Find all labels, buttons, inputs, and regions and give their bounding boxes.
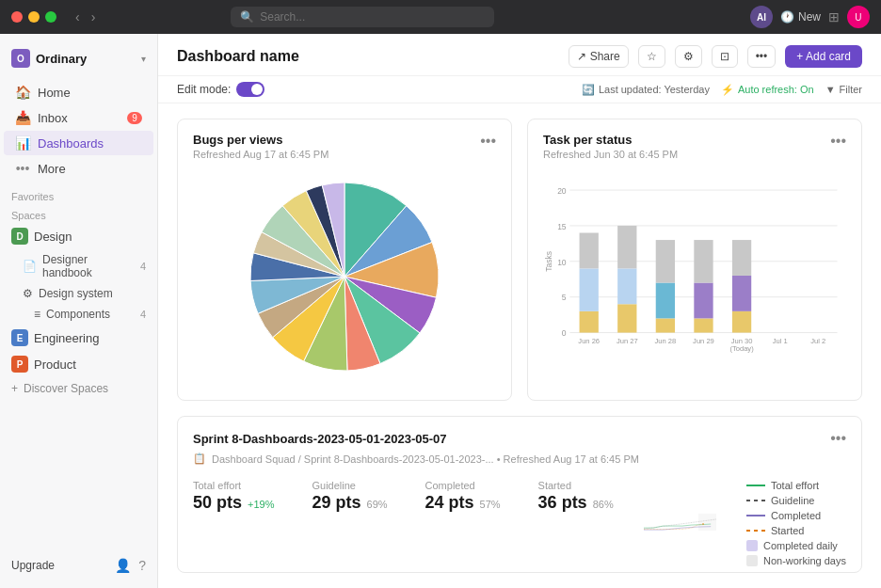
completed-stat: Completed 24 pts 57% <box>425 480 501 513</box>
workspace-selector[interactable]: O Ordinary ▾ <box>0 41 157 75</box>
bar-chart-svg: 05101520TasksJun 26Jun 27Jun 28Jun 29Jun… <box>543 171 846 378</box>
svg-rect-28 <box>732 276 751 311</box>
settings-button[interactable]: ⚙ <box>675 45 702 68</box>
filter-button[interactable]: ▼ Filter <box>825 84 862 95</box>
legend-started: Started <box>746 525 846 536</box>
started-value: 36 pts <box>538 493 587 513</box>
bar-card-menu-icon[interactable]: ••• <box>830 133 846 150</box>
sidebar-item-home[interactable]: 🏠 Home <box>4 80 153 104</box>
toolbar: Edit mode: 🔄 Last updated: Yesterday ⚡ A… <box>158 76 881 103</box>
chevron-down-icon: ▾ <box>141 54 146 64</box>
components-label: Components <box>46 308 110 321</box>
svg-text:Jun 28: Jun 28 <box>655 337 677 345</box>
ai-badge[interactable]: AI <box>750 6 773 28</box>
bar-card-header: Task per status Refreshed Jun 30 at 6:45… <box>528 119 861 164</box>
sprint-meta-text: Dashboard Squad / Sprint 8-Dashboards-20… <box>212 453 639 465</box>
design-space-icon: D <box>11 228 28 245</box>
svg-text:Jun 27: Jun 27 <box>617 337 638 345</box>
minimize-dot[interactable] <box>28 11 40 23</box>
search-input[interactable] <box>260 10 485 24</box>
dashboards-icon: 📊 <box>15 135 30 151</box>
design-label: Design <box>34 230 72 244</box>
svg-text:Jun 26: Jun 26 <box>578 337 600 345</box>
discover-spaces-button[interactable]: + Discover Spaces <box>0 377 157 400</box>
svg-text:Tasks: Tasks <box>544 251 553 272</box>
guideline-value: 29 pts <box>312 493 360 513</box>
filter-icon: ▼ <box>825 84 836 95</box>
svg-rect-16 <box>617 268 636 304</box>
workspace-icon: O <box>11 49 30 68</box>
designer-handbook-count: 4 <box>140 261 146 272</box>
upgrade-button[interactable]: Upgrade <box>11 559 109 572</box>
dashboards-label: Dashboards <box>38 136 142 151</box>
bugs-per-views-card: Bugs per views Refreshed Aug 17 at 6:45 … <box>177 119 512 401</box>
inbox-icon: 📥 <box>15 110 30 125</box>
share-button[interactable]: ↗ Share <box>569 45 629 68</box>
bar-card-title: Task per status <box>543 133 678 147</box>
svg-rect-12 <box>580 268 599 310</box>
svg-rect-11 <box>580 311 599 333</box>
avatar[interactable]: U <box>847 6 870 28</box>
last-updated-info: 🔄 Last updated: Yesterday <box>582 84 710 96</box>
svg-text:15: 15 <box>557 222 567 231</box>
sprint-legend: Total effort Guideline Completed St <box>731 472 861 573</box>
guideline-change: 69% <box>367 499 388 510</box>
grid-icon[interactable]: ⊞ <box>828 9 840 24</box>
file-icon: 📄 <box>23 260 37 273</box>
sidebar-item-inbox[interactable]: 📥 Inbox 9 <box>4 105 153 130</box>
auto-refresh-button[interactable]: ⚡ Auto refresh: On <box>721 84 814 96</box>
started-stat: Started 36 pts 86% <box>538 480 614 513</box>
pie-card-menu-icon[interactable]: ••• <box>480 133 496 150</box>
product-label: Product <box>34 358 76 372</box>
expand-button[interactable]: ⊡ <box>712 45 738 68</box>
legend-completed-label: Completed <box>771 510 821 521</box>
maximize-dot[interactable] <box>45 11 56 23</box>
filter-text: Filter <box>840 84 862 95</box>
star-button[interactable]: ☆ <box>638 45 665 68</box>
back-arrow[interactable]: ‹ <box>72 8 84 26</box>
sprint-card-header: Sprint 8-Dashboards-2023-05-01-2023-05-0… <box>178 417 861 451</box>
inbox-label: Inbox <box>38 111 120 125</box>
sidebar-item-dashboards[interactable]: 📊 Dashboards <box>4 131 153 155</box>
header-actions: ↗ Share ☆ ⚙ ⊡ ••• + Add card <box>569 45 862 68</box>
edit-mode-control: Edit mode: <box>177 82 264 97</box>
edit-mode-label: Edit mode: <box>177 83 231 96</box>
bar-card-subtitle: Refreshed Jun 30 at 6:45 PM <box>543 149 678 160</box>
task-per-status-card: Task per status Refreshed Jun 30 at 6:45… <box>527 119 862 401</box>
svg-rect-17 <box>617 226 636 268</box>
legend-completed: Completed <box>746 510 846 521</box>
sidebar-item-product[interactable]: P Product <box>0 351 157 377</box>
completed-label: Completed <box>425 480 501 491</box>
user-icon[interactable]: 👤 <box>115 558 131 573</box>
svg-point-35 <box>702 523 704 525</box>
legend-non-working-days-swatch <box>746 555 758 566</box>
svg-rect-20 <box>656 283 675 319</box>
sidebar-item-components[interactable]: ≡ Components 4 <box>0 304 157 325</box>
content-header: Dashboard name ↗ Share ☆ ⚙ ⊡ ••• + <box>158 34 881 76</box>
designer-handbook-label: Designer handbook <box>42 253 135 279</box>
sidebar-item-design[interactable]: D Design <box>0 223 157 249</box>
legend-total-effort-line <box>746 485 765 486</box>
help-icon[interactable]: ? <box>138 558 146 573</box>
sprint-card-menu-icon[interactable]: ••• <box>830 430 846 447</box>
sidebar-item-designer-handbook[interactable]: 📄 Designer handbook 4 <box>0 249 157 283</box>
svg-rect-21 <box>656 240 675 282</box>
new-button[interactable]: 🕐 New <box>780 10 821 24</box>
edit-mode-toggle[interactable] <box>236 82 264 97</box>
search-bar[interactable]: 🔍 <box>231 7 494 27</box>
forward-arrow[interactable]: › <box>88 8 100 26</box>
sidebar-footer: Upgrade 👤 ? <box>0 550 157 580</box>
svg-text:Jul 2: Jul 2 <box>810 337 825 345</box>
add-card-button[interactable]: + Add card <box>785 45 862 68</box>
legend-started-label: Started <box>771 525 804 536</box>
sidebar-item-design-system[interactable]: ⚙ Design system <box>0 283 157 304</box>
legend-non-working-days-label: Non-working days <box>763 555 846 566</box>
star-icon: ☆ <box>647 50 657 63</box>
sidebar-item-more[interactable]: ••• More <box>4 156 153 181</box>
close-dot[interactable] <box>11 11 23 23</box>
components-count: 4 <box>140 309 146 320</box>
sidebar-item-engineering[interactable]: E Engineering <box>0 325 157 351</box>
window-controls <box>11 11 56 23</box>
more-options-button[interactable]: ••• <box>747 45 777 68</box>
sprint-title: Sprint 8-Dashboards-2023-05-01-2023-05-0… <box>193 432 447 446</box>
